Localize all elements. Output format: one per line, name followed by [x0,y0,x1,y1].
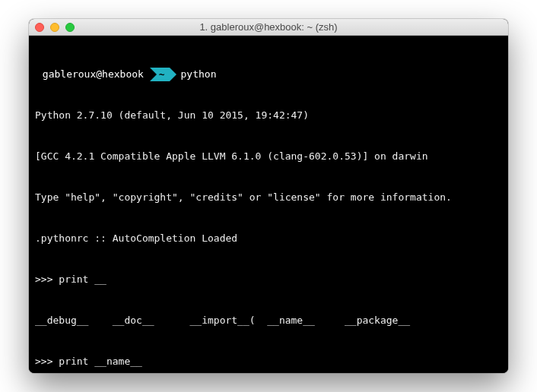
terminal-window: 1. gableroux@hexbook: ~ (zsh) gableroux@… [29,19,508,373]
output-line: Python 2.7.10 (default, Jun 10 2015, 19:… [35,109,502,122]
host-text: gableroux@hexbook [43,68,144,80]
prompt-host: gableroux@hexbook [35,68,150,81]
minimize-icon[interactable] [50,23,59,32]
window-title: 1. gableroux@hexbook: ~ (zsh) [29,21,508,33]
separator-icon [150,68,157,81]
output-line: Type "help", "copyright", "credits" or "… [35,191,502,204]
zoom-icon[interactable] [65,23,75,32]
prompt-dir: ~ [157,68,170,81]
command-text: python [181,68,217,81]
output-line: .pythonrc :: AutoCompletion Loaded [35,232,502,245]
output-line: __debug__ __doc__ __import__( __name__ _… [35,314,502,327]
prompt-row: gableroux@hexbook ~python [35,68,502,81]
titlebar[interactable]: 1. gableroux@hexbook: ~ (zsh) [29,19,508,36]
output-line: [GCC 4.2.1 Compatible Apple LLVM 6.1.0 (… [35,150,502,163]
traffic-lights [35,23,75,32]
close-icon[interactable] [35,23,44,32]
output-line: >>> print __ [35,273,502,286]
terminal-body[interactable]: gableroux@hexbook ~python Python 2.7.10 … [29,36,508,373]
separator-end-icon [170,68,176,81]
output-line: >>> print __name__ [35,355,502,368]
